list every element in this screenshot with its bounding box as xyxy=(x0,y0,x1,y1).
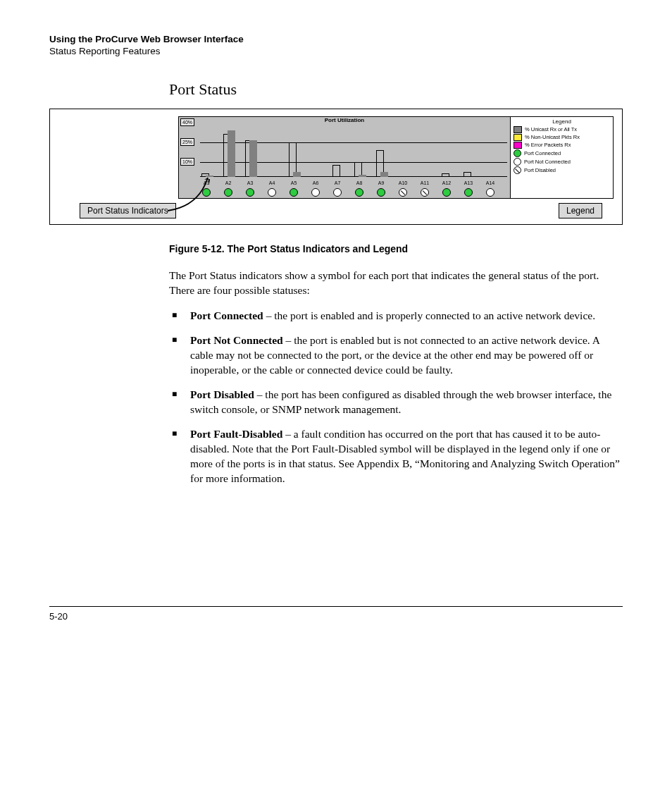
port-status-dot xyxy=(311,188,320,197)
port-label: A8 xyxy=(349,180,370,185)
page-header-title: Using the ProCurve Web Browser Interface xyxy=(49,34,623,44)
legend-row: % Non-Unicast Pkts Rx xyxy=(514,134,610,141)
port-label: A10 xyxy=(392,180,413,185)
port-label: A11 xyxy=(414,180,435,185)
legend-row: % Unicast Rx or All Tx xyxy=(514,126,610,133)
bar-fill xyxy=(293,172,301,177)
bar-fill xyxy=(380,172,388,177)
port-label: A5 xyxy=(283,180,304,185)
intro-paragraph: The Port Status indicators show a symbol… xyxy=(169,269,623,298)
callout-arrow-icon xyxy=(164,172,228,214)
bar-outline xyxy=(442,173,449,177)
port-label: A6 xyxy=(305,180,326,185)
status-term: Port Connected xyxy=(190,309,263,321)
status-definitions-list: Port Connected – the port is enabled and… xyxy=(169,309,623,486)
legend-label: % Non-Unicast Pkts Rx xyxy=(525,134,580,141)
legend-label: Port Disabled xyxy=(524,167,556,174)
bar-fill xyxy=(228,130,235,178)
legend-label: % Error Packets Rx xyxy=(525,142,571,149)
status-term: Port Not Connected xyxy=(190,334,283,346)
y-tick-10: 10% xyxy=(180,158,194,166)
legend-label: % Unicast Rx or All Tx xyxy=(525,126,577,133)
status-item: Port Disabled – the port has been config… xyxy=(169,388,623,417)
port-status-dot xyxy=(399,188,407,197)
legend-title: Legend xyxy=(514,118,610,125)
chart-plot-area: Port Utilization 40% 25% 10% A1A2A3A4A5A… xyxy=(178,116,511,199)
port-label: A4 xyxy=(261,180,282,185)
port-label: A12 xyxy=(436,180,457,185)
port-status-dot xyxy=(333,188,342,197)
legend-panel: Legend % Unicast Rx or All Tx% Non-Unica… xyxy=(511,116,614,199)
port-status-dot xyxy=(421,188,429,197)
port-status-dot xyxy=(268,188,276,197)
legend-row: Port Not Connected xyxy=(514,158,610,166)
legend-dot-icon xyxy=(514,158,521,166)
callout-port-status-indicators: Port Status Indicators xyxy=(80,203,176,218)
legend-row: % Error Packets Rx xyxy=(514,142,610,149)
footer-rule xyxy=(49,606,623,607)
port-label: A13 xyxy=(458,180,479,185)
port-status-dot xyxy=(246,188,254,197)
port-status-dot xyxy=(442,188,451,197)
status-item: Port Not Connected – the port is enabled… xyxy=(169,333,623,378)
status-term: Port Fault-Disabled xyxy=(190,428,282,440)
port-status-dot xyxy=(290,188,298,197)
legend-label: Port Connected xyxy=(524,150,561,157)
page-header-subtitle: Status Reporting Features xyxy=(49,46,623,56)
callout-legend: Legend xyxy=(559,203,602,218)
legend-swatch-icon xyxy=(514,126,522,133)
port-status-dot xyxy=(377,188,385,197)
bar-fill xyxy=(249,140,257,178)
port-status-dot xyxy=(355,188,363,197)
status-item: Port Connected – the port is enabled and… xyxy=(169,309,623,324)
figure-caption: Figure 5-12. The Port Status Indicators … xyxy=(169,243,623,254)
legend-swatch-icon xyxy=(514,134,522,141)
legend-dot-icon xyxy=(514,166,521,174)
port-label: A7 xyxy=(327,180,348,185)
status-term: Port Disabled xyxy=(190,388,254,400)
bars-container xyxy=(200,128,507,177)
port-label: A3 xyxy=(239,180,261,185)
y-tick-40: 40% xyxy=(180,118,194,126)
y-tick-25: 25% xyxy=(180,138,194,146)
port-status-dot xyxy=(464,188,473,197)
bar-fill xyxy=(359,175,366,178)
status-item: Port Fault-Disabled – a fault condition … xyxy=(169,427,623,486)
port-label: A14 xyxy=(480,180,501,185)
status-desc: – the port is enabled and is properly co… xyxy=(263,309,595,321)
bar-outline xyxy=(332,165,340,178)
port-utilization-chart: Port Utilization 40% 25% 10% A1A2A3A4A5A… xyxy=(178,116,614,199)
figure-frame: Port Utilization 40% 25% 10% A1A2A3A4A5A… xyxy=(49,109,623,225)
section-title: Port Status xyxy=(169,80,623,99)
legend-dot-icon xyxy=(514,149,521,157)
page-number: 5-20 xyxy=(49,611,623,622)
port-label: A9 xyxy=(371,180,392,185)
chart-title: Port Utilization xyxy=(179,117,510,123)
port-status-dot xyxy=(486,188,494,197)
legend-swatch-icon xyxy=(514,142,522,149)
legend-row: Port Connected xyxy=(514,149,610,157)
legend-row: Port Disabled xyxy=(514,166,610,174)
bar-outline xyxy=(463,172,471,177)
legend-label: Port Not Connected xyxy=(524,159,571,166)
